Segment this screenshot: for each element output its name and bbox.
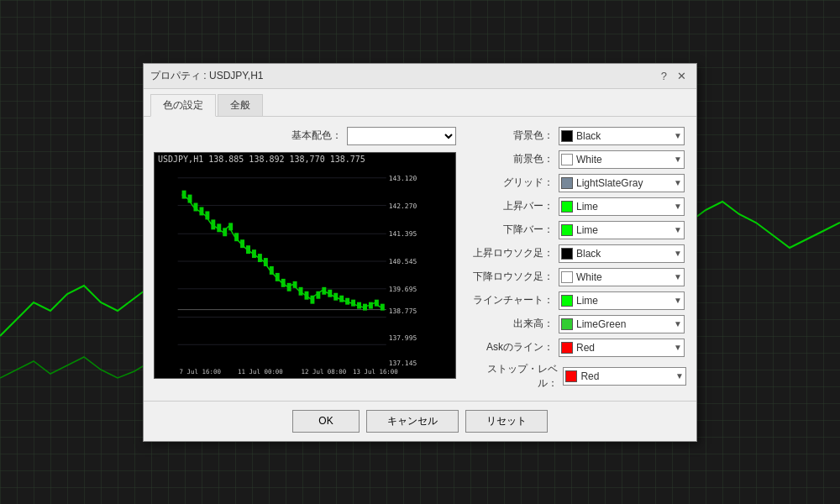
svg-rect-45 xyxy=(381,303,385,310)
down-candle-color-arrow[interactable]: ▼ xyxy=(674,272,682,281)
stop-level-color-swatch xyxy=(565,370,577,382)
tab-color-settings[interactable]: 色の設定 xyxy=(150,94,216,117)
cancel-button[interactable]: キャンセル xyxy=(366,410,459,433)
svg-rect-30 xyxy=(293,281,297,287)
line-chart-color-value: Lime xyxy=(576,295,670,307)
properties-dialog: プロパティ : USDJPY,H1 ? ✕ 色の設定 全般 基本配色： USDJ… xyxy=(143,63,697,442)
svg-text:141.395: 141.395 xyxy=(389,230,417,238)
stop-level-color-row: ストップ・レベル： Red ▼ xyxy=(470,362,686,391)
up-candle-color-arrow[interactable]: ▼ xyxy=(674,249,682,258)
svg-rect-42 xyxy=(363,303,367,310)
up-bar-color-value: Lime xyxy=(576,201,670,213)
svg-rect-22 xyxy=(246,245,250,254)
line-chart-color-row: ラインチャート： Lime ▼ xyxy=(470,291,686,310)
background-color-swatch xyxy=(561,130,573,142)
left-panel: 基本配色： USDJPY,H1 138.885 138.892 138,770 … xyxy=(154,127,456,391)
line-chart-color-swatch xyxy=(561,295,573,307)
svg-rect-35 xyxy=(322,286,326,294)
dialog-titlebar: プロパティ : USDJPY,H1 ? ✕ xyxy=(144,64,696,89)
svg-rect-38 xyxy=(339,295,344,302)
line-chart-color-select[interactable]: Lime ▼ xyxy=(559,291,685,310)
ask-line-color-select[interactable]: Red ▼ xyxy=(559,339,685,357)
ask-line-color-arrow[interactable]: ▼ xyxy=(674,343,682,352)
svg-rect-13 xyxy=(193,202,197,211)
svg-text:142.270: 142.270 xyxy=(389,202,417,209)
foreground-color-row: 前景色： White ▼ xyxy=(470,150,686,169)
stop-level-color-select[interactable]: Red ▼ xyxy=(563,367,686,386)
down-candle-color-select[interactable]: White ▼ xyxy=(559,268,685,286)
svg-rect-16 xyxy=(211,219,215,229)
dialog-footer: OK キャンセル リセット xyxy=(144,401,696,441)
down-bar-color-swatch xyxy=(561,224,573,236)
stop-level-color-value: Red xyxy=(580,370,672,382)
volume-color-swatch xyxy=(561,318,573,330)
svg-rect-23 xyxy=(252,249,256,258)
reset-button[interactable]: リセット xyxy=(465,410,548,433)
down-bar-color-select[interactable]: Lime ▼ xyxy=(559,221,685,239)
down-candle-color-row: 下降ロウソク足： White ▼ xyxy=(470,268,686,286)
svg-rect-18 xyxy=(223,228,227,236)
help-button[interactable]: ? xyxy=(658,71,670,81)
grid-color-select[interactable]: LightSlateGray ▼ xyxy=(559,174,685,192)
up-bar-color-arrow[interactable]: ▼ xyxy=(674,202,682,211)
background-color-row: 背景色： Black ▼ xyxy=(470,127,686,145)
volume-color-arrow[interactable]: ▼ xyxy=(674,319,682,328)
svg-rect-28 xyxy=(281,278,286,286)
ok-button[interactable]: OK xyxy=(292,410,360,433)
stop-level-color-arrow[interactable]: ▼ xyxy=(675,371,684,381)
svg-rect-14 xyxy=(199,207,203,215)
down-candle-color-swatch xyxy=(561,271,573,283)
stop-level-color-label: ストップ・レベル： xyxy=(470,362,558,391)
grid-color-arrow[interactable]: ▼ xyxy=(674,178,682,187)
down-bar-color-label: 下降バー： xyxy=(470,223,554,237)
svg-rect-37 xyxy=(333,292,338,300)
svg-text:7 Jul 16:00: 7 Jul 16:00 xyxy=(180,368,221,375)
chart-preview: USDJPY,H1 138.885 138.892 138,770 138.77… xyxy=(154,152,456,379)
down-bar-color-arrow[interactable]: ▼ xyxy=(674,225,682,234)
svg-rect-27 xyxy=(276,272,280,281)
svg-text:12 Jul 08:00: 12 Jul 08:00 xyxy=(302,368,347,375)
up-bar-color-swatch xyxy=(561,201,573,213)
grid-color-row: グリッド： LightSlateGray ▼ xyxy=(470,174,686,192)
svg-rect-17 xyxy=(217,223,221,232)
foreground-color-arrow[interactable]: ▼ xyxy=(674,155,682,164)
foreground-color-value: White xyxy=(576,154,670,165)
svg-rect-21 xyxy=(240,239,244,248)
background-color-value: Black xyxy=(576,130,670,142)
ask-line-color-swatch xyxy=(561,342,573,354)
svg-rect-41 xyxy=(357,302,361,308)
svg-text:143.120: 143.120 xyxy=(389,174,417,181)
svg-text:13 Jul 16:00: 13 Jul 16:00 xyxy=(353,368,398,375)
svg-rect-44 xyxy=(375,299,379,306)
svg-rect-20 xyxy=(234,233,239,241)
svg-rect-36 xyxy=(328,289,332,297)
svg-rect-11 xyxy=(182,190,186,198)
svg-text:140.545: 140.545 xyxy=(389,258,417,265)
up-candle-color-row: 上昇ロウソク足： Black ▼ xyxy=(470,244,686,263)
background-color-label: 背景色： xyxy=(470,129,554,143)
background-color-select[interactable]: Black ▼ xyxy=(559,127,685,145)
tab-general[interactable]: 全般 xyxy=(218,94,263,116)
ask-line-color-label: Askのライン： xyxy=(470,340,554,354)
volume-color-select[interactable]: LimeGreen ▼ xyxy=(559,315,685,333)
svg-rect-39 xyxy=(345,297,349,304)
up-candle-color-swatch xyxy=(561,248,573,260)
svg-rect-24 xyxy=(258,254,262,262)
volume-color-value: LimeGreen xyxy=(576,318,670,330)
up-candle-color-select[interactable]: Black ▼ xyxy=(559,244,685,263)
chart-info: USDJPY,H1 138.885 138.892 138,770 138.77… xyxy=(158,155,365,164)
up-bar-color-select[interactable]: Lime ▼ xyxy=(559,197,685,216)
svg-rect-33 xyxy=(310,295,314,303)
base-color-select[interactable] xyxy=(347,127,456,145)
svg-text:139.695: 139.695 xyxy=(389,285,417,292)
close-button[interactable]: ✕ xyxy=(674,71,690,81)
line-chart-color-arrow[interactable]: ▼ xyxy=(674,296,682,305)
svg-rect-15 xyxy=(205,211,209,219)
background-color-arrow[interactable]: ▼ xyxy=(674,131,682,140)
foreground-color-select[interactable]: White ▼ xyxy=(559,150,685,169)
line-chart-color-label: ラインチャート： xyxy=(470,293,554,307)
up-candle-color-value: Black xyxy=(576,248,670,260)
foreground-color-swatch xyxy=(561,154,573,165)
base-color-label: 基本配色： xyxy=(291,129,342,143)
volume-color-label: 出来高： xyxy=(470,317,554,331)
